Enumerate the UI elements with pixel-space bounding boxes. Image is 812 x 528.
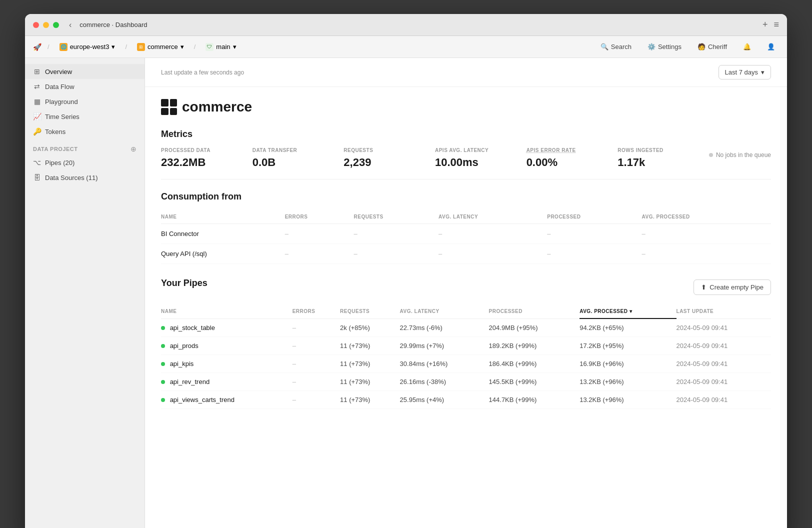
sidebar: ⊞ Overview ⇄ Data Flow ▦ Playground 📈 Ti… xyxy=(25,58,145,528)
pipe-cell-name: api_kpis xyxy=(161,355,292,373)
menu-button[interactable]: ≡ xyxy=(774,20,779,30)
titlebar-actions: + ≡ xyxy=(762,20,779,30)
timeseries-icon: 📈 xyxy=(33,112,41,120)
consumption-table-head: NAME ERRORS REQUESTS AVG. LATENCY PROCES… xyxy=(161,210,771,224)
metric-rows-ingested-label: ROWS INGESTED xyxy=(618,148,699,153)
notifications-button[interactable]: 🔔 xyxy=(739,41,755,52)
pipes-table-row[interactable]: api_views_carts_trend – 11 (+73%) 25.95m… xyxy=(161,391,771,409)
pipes-table-row[interactable]: api_stock_table – 2k (+85%) 22.73ms (-6%… xyxy=(161,318,771,337)
branch-selector[interactable]: 🛡 main ▾ xyxy=(202,42,240,52)
metric-error-rate-label: APIs ERROR RATE xyxy=(526,148,608,153)
consumption-cell-avg-processed: – xyxy=(642,244,771,264)
pipe-cell-last-update: 2024-05-09 09:41 xyxy=(676,373,771,391)
pipe-status-dot xyxy=(161,380,165,384)
project-icon: ⊞ xyxy=(137,43,145,51)
sidebar-item-timeseries[interactable]: 📈 Time Series xyxy=(25,109,144,124)
dataflow-icon: ⇄ xyxy=(33,82,41,90)
consumption-section: Consumption from NAME ERRORS REQUESTS AV… xyxy=(161,192,771,264)
metric-processed-data: PROCESSED DATA 232.2MB xyxy=(161,148,252,169)
pipe-cell-requests: 11 (+73%) xyxy=(340,373,400,391)
sidebar-item-tokens[interactable]: 🔑 Tokens xyxy=(25,124,144,139)
tinybird-icon: 🚀 xyxy=(33,43,42,51)
metric-data-transfer-value: 0.0B xyxy=(252,156,334,169)
pipe-cell-avg-latency: 26.16ms (-38%) xyxy=(400,373,489,391)
consumption-cell-errors: – xyxy=(285,244,354,264)
pipe-cell-processed: 144.7KB (+99%) xyxy=(489,391,580,409)
tokens-icon: 🔑 xyxy=(33,128,41,136)
pipe-cell-avg-processed: 17.2KB (+95%) xyxy=(580,337,676,355)
settings-icon: ⚙️ xyxy=(648,43,656,50)
consumption-th-avg-processed: AVG. PROCESSED xyxy=(642,210,771,224)
metric-avg-latency: APIs AVG. LATENCY 10.00ms xyxy=(435,148,526,169)
project-label: commerce xyxy=(148,43,178,50)
settings-button[interactable]: ⚙️ Settings xyxy=(644,41,686,52)
pipe-cell-requests: 11 (+73%) xyxy=(340,355,400,373)
metric-error-rate-value: 0.00% xyxy=(526,156,608,169)
pipe-cell-requests: 11 (+73%) xyxy=(340,391,400,409)
pipe-status-dot xyxy=(161,398,165,402)
metric-processed-data-label: PROCESSED DATA xyxy=(161,148,242,153)
sidebar-item-pipes[interactable]: ⌥ Pipes (20) xyxy=(25,155,144,170)
create-empty-pipe-button[interactable]: ⬆ Create empty Pipe xyxy=(694,280,771,295)
metric-data-transfer-label: DATA TRANSFER xyxy=(252,148,334,153)
search-label: Search xyxy=(611,43,632,50)
consumption-th-avg-latency: AVG. LATENCY xyxy=(438,210,547,224)
pipe-cell-avg-processed: 16.9KB (+96%) xyxy=(580,355,676,373)
sidebar-item-dataflow[interactable]: ⇄ Data Flow xyxy=(25,79,144,94)
project-selector[interactable]: ⊞ commerce ▾ xyxy=(133,42,188,52)
pipes-th-avg-processed: AVG. PROCESSED ▾ xyxy=(580,304,676,318)
last-update-label: Last update a few seconds ago xyxy=(161,69,244,76)
back-button[interactable]: ‹ xyxy=(67,18,74,32)
sidebar-item-label-overview: Overview xyxy=(45,68,72,76)
consumption-cell-name: Query API (/sql) xyxy=(161,244,285,264)
metric-data-transfer: DATA TRANSFER 0.0B xyxy=(252,148,344,169)
titlebar: ‹ commerce · Dashboard + ≡ xyxy=(25,14,787,36)
sidebar-item-label-tokens: Tokens xyxy=(45,128,66,136)
user-button[interactable]: 🧑 Cheriff xyxy=(694,41,731,52)
sidebar-item-datasources[interactable]: 🗄 Data Sources (11) xyxy=(25,170,144,185)
pipe-cell-avg-latency: 30.84ms (+16%) xyxy=(400,355,489,373)
window-title: commerce · Dashboard xyxy=(80,21,147,28)
consumption-th-errors: ERRORS xyxy=(285,210,354,224)
pipe-status-dot xyxy=(161,344,165,348)
region-selector[interactable]: 🌐 europe-west3 ▾ xyxy=(56,42,120,52)
sidebar-item-label-timeseries: Time Series xyxy=(45,113,80,120)
project-chevron-icon: ▾ xyxy=(180,43,184,50)
metric-avg-latency-label: APIs AVG. LATENCY xyxy=(435,148,516,153)
data-project-add-button[interactable]: ⊕ xyxy=(130,145,136,153)
profile-icon: 👤 xyxy=(767,43,775,50)
no-jobs-label: No jobs in the queue xyxy=(716,152,771,158)
sidebar-item-label-pipes: Pipes (20) xyxy=(45,159,74,166)
consumption-table-row[interactable]: BI Connector – – – – – xyxy=(161,224,771,244)
main-header: Last update a few seconds ago Last 7 day… xyxy=(145,58,787,87)
consumption-table-row[interactable]: Query API (/sql) – – – – – xyxy=(161,244,771,264)
minimize-button[interactable] xyxy=(43,22,49,28)
pipes-th-processed: PROCESSED xyxy=(489,304,580,318)
sidebar-item-playground[interactable]: ▦ Playground xyxy=(25,94,144,109)
date-range-selector[interactable]: Last 7 days ▾ xyxy=(718,65,772,80)
project-name: commerce xyxy=(182,99,252,115)
create-pipe-label: Create empty Pipe xyxy=(710,284,764,291)
search-button[interactable]: 🔍 Search xyxy=(596,41,636,52)
maximize-button[interactable] xyxy=(53,22,59,28)
sidebar-item-overview[interactable]: ⊞ Overview xyxy=(25,64,144,79)
consumption-section-title: Consumption from xyxy=(161,192,771,202)
pipe-cell-last-update: 2024-05-09 09:41 xyxy=(676,355,771,373)
pipe-cell-requests: 11 (+73%) xyxy=(340,337,400,355)
new-tab-button[interactable]: + xyxy=(762,20,768,30)
no-jobs-dot xyxy=(709,153,713,157)
close-button[interactable] xyxy=(33,22,39,28)
profile-button[interactable]: 👤 xyxy=(763,41,779,52)
consumption-th-processed: PROCESSED xyxy=(547,210,642,224)
pipes-table-row[interactable]: api_rev_trend – 11 (+73%) 26.16ms (-38%)… xyxy=(161,373,771,391)
user-label: Cheriff xyxy=(708,43,727,50)
project-grid-icon xyxy=(161,99,177,115)
pipe-cell-name: api_stock_table xyxy=(161,318,292,337)
pipe-cell-avg-processed: 13.2KB (+96%) xyxy=(580,391,676,409)
pipe-cell-errors: – xyxy=(292,337,340,355)
pipe-cell-requests: 2k (+85%) xyxy=(340,318,400,337)
pipe-cell-avg-latency: 22.73ms (-6%) xyxy=(400,318,489,337)
datasources-icon: 🗄 xyxy=(33,174,41,182)
pipes-table-row[interactable]: api_kpis – 11 (+73%) 30.84ms (+16%) 186.… xyxy=(161,355,771,373)
pipes-table-row[interactable]: api_prods – 11 (+73%) 29.99ms (+7%) 189.… xyxy=(161,337,771,355)
